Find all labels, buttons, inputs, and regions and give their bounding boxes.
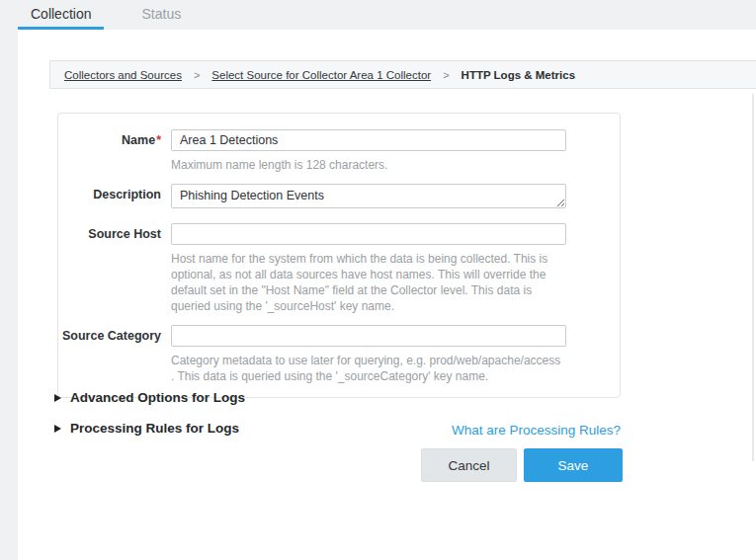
section-processing-rules[interactable]: Processing Rules for Logs <box>54 421 239 436</box>
breadcrumb-separator: > <box>194 69 200 81</box>
name-control: Maximum name length is 128 characters. <box>171 129 566 173</box>
save-button[interactable]: Save <box>524 448 623 482</box>
breadcrumb-select-source[interactable]: Select Source for Collector Area 1 Colle… <box>211 69 431 81</box>
source-host-control: Host name for the system from which the … <box>171 223 566 314</box>
breadcrumb-separator: > <box>443 69 449 81</box>
source-host-help-text: Host name for the system from which the … <box>171 251 566 314</box>
name-help-text: Maximum name length is 128 characters. <box>171 157 566 173</box>
cancel-button[interactable]: Cancel <box>421 448 517 482</box>
form-row-source-category: Source Category Category metadata to use… <box>58 325 620 384</box>
content-area: Collectors and Sources > Select Source f… <box>18 30 756 560</box>
description-label: Description <box>58 184 171 212</box>
scrollbar-track <box>752 94 754 461</box>
required-asterisk: * <box>156 133 161 147</box>
collapsed-arrow-icon <box>54 425 61 433</box>
section-advanced-options[interactable]: Advanced Options for Logs <box>54 390 245 405</box>
source-category-label: Source Category <box>58 325 171 384</box>
breadcrumb-current-page: HTTP Logs & Metrics <box>462 69 575 81</box>
breadcrumb: Collectors and Sources > Select Source f… <box>49 60 756 89</box>
source-category-help-text: Category metadata to use later for query… <box>171 353 566 384</box>
collapsed-arrow-icon <box>54 394 61 402</box>
breadcrumb-collectors-and-sources[interactable]: Collectors and Sources <box>64 69 182 81</box>
tab-status[interactable]: Status <box>128 0 194 30</box>
what-are-processing-rules-link[interactable]: What are Processing Rules? <box>452 423 621 438</box>
form-row-source-host: Source Host Host name for the system fro… <box>58 223 620 314</box>
form-row-name: Name* Maximum name length is 128 charact… <box>58 129 620 173</box>
processing-rules-label: Processing Rules for Logs <box>70 421 239 436</box>
source-category-control: Category metadata to use later for query… <box>171 325 566 384</box>
description-textarea[interactable]: Phishing Detection Events <box>171 184 566 208</box>
form-row-description: Description Phishing Detection Events <box>58 184 620 212</box>
source-host-label: Source Host <box>58 223 171 314</box>
name-label-text: Name <box>122 133 155 147</box>
source-config-panel: Name* Maximum name length is 128 charact… <box>57 113 621 398</box>
tab-bar: Collection Status <box>18 0 194 30</box>
tab-collection[interactable]: Collection <box>18 0 104 30</box>
description-control: Phishing Detection Events <box>171 184 566 212</box>
name-input[interactable] <box>171 129 566 151</box>
name-label: Name* <box>58 129 171 173</box>
form-actions: Cancel Save <box>421 448 623 482</box>
source-host-input[interactable] <box>171 223 566 245</box>
advanced-options-label: Advanced Options for Logs <box>70 390 245 405</box>
source-category-input[interactable] <box>171 325 566 347</box>
